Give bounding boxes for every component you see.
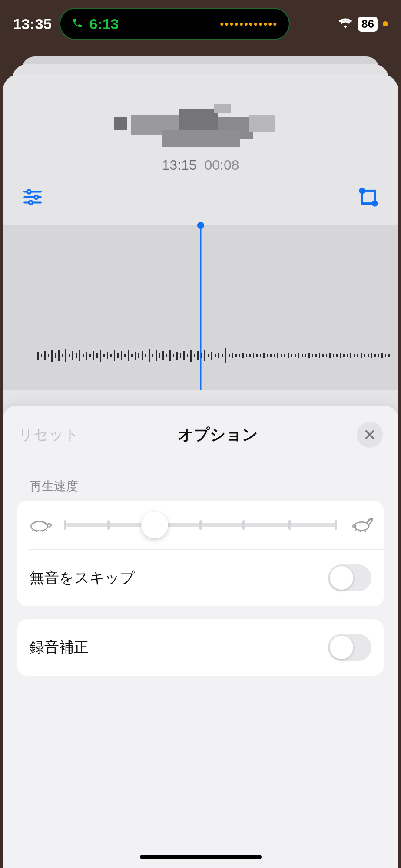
recording-title-redacted: [114, 104, 288, 152]
skip-silence-toggle[interactable]: [328, 564, 371, 591]
call-duration: 6:13: [89, 16, 119, 33]
speed-panel: 無音をスキップ: [17, 501, 384, 606]
wifi-icon: [338, 17, 353, 30]
enhance-label: 録音補正: [30, 637, 89, 657]
recording-meta: 13:1500:08: [3, 157, 398, 173]
battery-level: 86: [358, 17, 378, 32]
options-sheet: リセット オプション 再生速度: [3, 406, 398, 868]
svg-point-12: [355, 522, 369, 530]
svg-point-7: [360, 189, 364, 193]
svg-point-4: [34, 195, 38, 199]
options-icon[interactable]: [22, 186, 43, 210]
enhance-row: 録音補正: [17, 619, 384, 676]
home-indicator[interactable]: [140, 855, 262, 859]
enhance-toggle[interactable]: [328, 634, 371, 661]
slider-knob[interactable]: [141, 512, 168, 538]
playback-speed-label: 再生速度: [3, 456, 398, 501]
waveform: [3, 338, 398, 373]
turtle-icon: [28, 515, 53, 535]
active-call-pill[interactable]: 6:13 ••••••••••••: [60, 8, 290, 40]
audio-level-dots: ••••••••••••: [220, 17, 278, 31]
trim-icon[interactable]: [358, 186, 379, 210]
playback-speed-slider[interactable]: [65, 512, 336, 538]
waveform-area[interactable]: [3, 225, 398, 390]
skip-silence-label: 無音をスキップ: [30, 568, 135, 588]
rabbit-icon: [348, 515, 373, 535]
close-button[interactable]: [357, 422, 383, 448]
phone-icon: [72, 17, 83, 30]
enhance-panel: 録音補正: [17, 619, 384, 676]
reset-button[interactable]: リセット: [18, 425, 79, 445]
mic-indicator-dot: [383, 21, 388, 26]
status-bar: 13:35 6:13 •••••••••••• 86: [0, 0, 401, 48]
recording-duration: 00:08: [205, 157, 239, 173]
status-time: 13:35: [13, 16, 52, 33]
skip-silence-row: 無音をスキップ: [17, 550, 384, 606]
svg-point-5: [29, 201, 33, 204]
svg-point-3: [27, 190, 31, 193]
sheet-title: オプション: [178, 424, 258, 446]
recording-timestamp: 13:15: [162, 157, 196, 173]
svg-point-8: [373, 201, 377, 205]
